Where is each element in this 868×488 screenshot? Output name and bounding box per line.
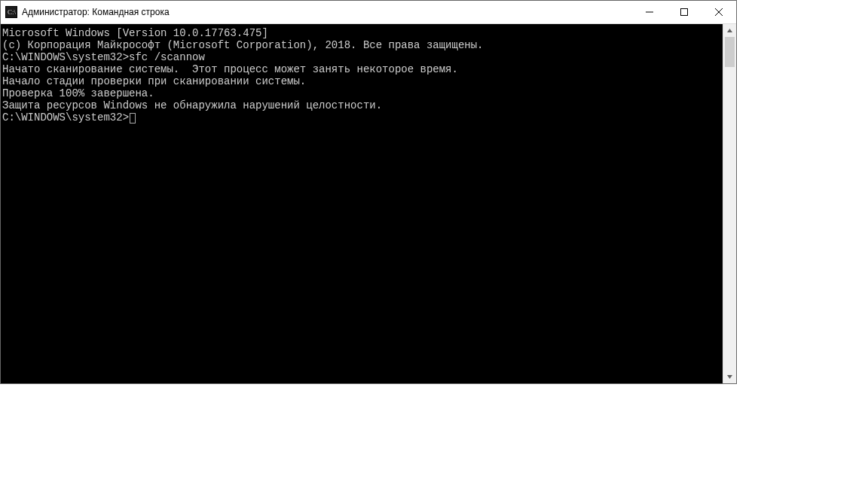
svg-marker-7 bbox=[727, 29, 732, 32]
vertical-scrollbar[interactable] bbox=[723, 24, 736, 383]
terminal-line: Microsoft Windows [Version 10.0.17763.47… bbox=[2, 27, 721, 39]
maximize-button[interactable] bbox=[667, 1, 701, 23]
svg-rect-4 bbox=[681, 9, 688, 16]
terminal-line: Начато сканирование системы. Этот процес… bbox=[2, 63, 721, 75]
terminal-line: (c) Корпорация Майкрософт (Microsoft Cor… bbox=[2, 39, 721, 51]
terminal-output[interactable]: Microsoft Windows [Version 10.0.17763.47… bbox=[1, 24, 723, 383]
client-area: Microsoft Windows [Version 10.0.17763.47… bbox=[1, 24, 736, 383]
svg-text:C:\: C:\ bbox=[8, 8, 17, 16]
window-controls bbox=[632, 1, 736, 23]
window-title: Администратор: Командная строка bbox=[22, 7, 170, 17]
command-prompt-window: C:\ Администратор: Командная строка Micr… bbox=[0, 0, 737, 384]
scrollbar-track[interactable] bbox=[723, 37, 736, 371]
terminal-line: C:\WINDOWS\system32>sfc /scannow bbox=[2, 51, 721, 63]
cursor bbox=[130, 113, 136, 124]
titlebar[interactable]: C:\ Администратор: Командная строка bbox=[1, 1, 736, 24]
cmd-icon: C:\ bbox=[5, 6, 17, 18]
scroll-up-button[interactable] bbox=[723, 24, 736, 37]
terminal-line: C:\WINDOWS\system32> bbox=[2, 111, 721, 124]
scrollbar-thumb[interactable] bbox=[725, 37, 735, 67]
terminal-line: Начало стадии проверки при сканировании … bbox=[2, 75, 721, 87]
svg-marker-8 bbox=[727, 375, 732, 379]
terminal-line: Проверка 100% завершена. bbox=[2, 87, 721, 99]
close-button[interactable] bbox=[701, 1, 736, 23]
terminal-line: Защита ресурсов Windows не обнаружила на… bbox=[2, 99, 721, 111]
scroll-down-button[interactable] bbox=[723, 371, 736, 383]
minimize-button[interactable] bbox=[632, 1, 667, 23]
